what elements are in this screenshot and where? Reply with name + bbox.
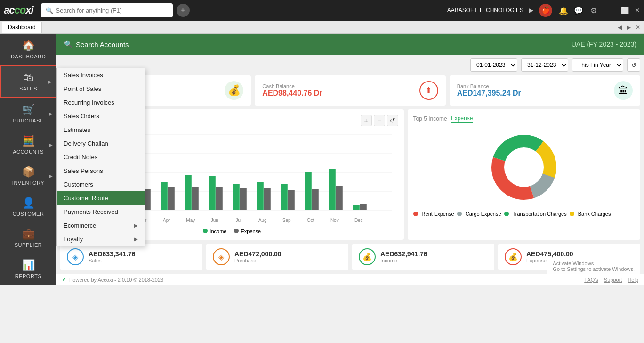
sidebar-item-dashboard[interactable]: 🏠 DASHBOARD [0, 34, 56, 65]
tab-expense[interactable]: Expense [451, 115, 473, 123]
svg-rect-20 [161, 182, 168, 210]
ecommerce-arrow: ▶ [134, 223, 138, 228]
search-input[interactable] [56, 7, 150, 14]
svg-rect-26 [233, 184, 240, 210]
menu-sales-orders[interactable]: Sales Orders [57, 109, 145, 123]
menu-delivery-challan[interactable]: Delivery Challan [57, 137, 145, 150]
company-arrow[interactable]: ▶ [529, 7, 533, 14]
menu-estimates[interactable]: Estimates [57, 123, 145, 137]
footer-links: FAQ's Support Help [584, 277, 638, 283]
footer-help[interactable]: Help [628, 277, 638, 283]
fiscal-year: UAE (FY 2023 - 2023) [572, 41, 636, 48]
bell-icon[interactable]: 🔔 [558, 5, 569, 16]
sidebar-item-supplier[interactable]: 💼 SUPPLIER [0, 222, 56, 253]
sidebar-item-customer[interactable]: 👤 CUSTOMER [0, 191, 56, 222]
transport-label: Transportation Charges [513, 211, 567, 217]
svg-rect-29 [264, 188, 271, 210]
summary-income: 💰 AED632,941.76 Income [352, 244, 494, 270]
income-summary-value: AED632,941.76 [380, 250, 427, 258]
inventory-icon: 📦 [22, 166, 35, 178]
menu-loyalty[interactable]: Loyalty▶ [57, 232, 145, 246]
purchase-icon: 🛒 [22, 104, 35, 116]
bank-info: Bank Balance AED147,395.24 Dr [457, 83, 521, 98]
sales-arrow: ▶ [48, 79, 52, 84]
sidebar-item-accounts[interactable]: 🧮 ACCOUNTS ▶ [0, 129, 56, 160]
footer-faqs[interactable]: FAQ's [584, 277, 598, 283]
refresh-button[interactable]: ↺ [627, 58, 640, 72]
chart-refresh[interactable]: ↺ [387, 115, 398, 126]
sidebar-label-purchase: PURCHASE [13, 118, 43, 123]
period-select[interactable]: This Fin Year Last Fin Year This Month L… [572, 58, 623, 72]
restore-button[interactable]: ⬜ [621, 7, 629, 14]
tab-prev[interactable]: ◀ [616, 24, 624, 31]
tab-next[interactable]: ▶ [625, 24, 633, 31]
menu-customer-route[interactable]: Customer Route [57, 191, 145, 205]
svg-text:May: May [186, 218, 195, 223]
menu-ecommerce[interactable]: Ecommerce▶ [57, 219, 145, 232]
start-date-select[interactable]: 01-01-2023 [470, 58, 517, 72]
svg-rect-32 [305, 172, 312, 210]
tab-top5-income[interactable]: Top 5 Income [413, 115, 447, 123]
footer-support[interactable]: Support [604, 277, 622, 283]
sidebar-item-sales[interactable]: 🛍 SALES ▶ [0, 65, 56, 98]
rent-dot [413, 212, 418, 216]
menu-point-of-sales[interactable]: Point of Sales [57, 82, 145, 96]
menu-customers[interactable]: Customers [57, 178, 145, 191]
sidebar-label-sales: SALES [19, 86, 37, 91]
topbar: accoxi 🔍 + AABASOFT TECHNOLOGIES ▶ 🍎 🔔 💬… [0, 0, 644, 21]
close-button[interactable]: ✕ [635, 7, 640, 14]
svg-text:Jun: Jun [211, 218, 218, 223]
cash-balance-card: Cash Balance AED98,440.76 Dr ⬆ [255, 75, 445, 106]
svg-rect-27 [240, 188, 247, 210]
tab-close[interactable]: ✕ [634, 24, 642, 31]
chart-zoom-in[interactable]: + [361, 115, 372, 126]
search-accounts-label: Search Accounts [76, 41, 129, 49]
svg-text:Oct: Oct [307, 218, 314, 223]
legend-rent: Rent Expense [413, 211, 454, 217]
payables-icon: 💰 [225, 81, 243, 100]
income-summary-icon: 💰 [359, 248, 376, 265]
end-date-select[interactable]: 31-12-2023 [521, 58, 568, 72]
income-summary-info: AED632,941.76 Income [380, 250, 427, 263]
dashboard-tab[interactable]: Dashboard [2, 22, 42, 33]
menu-sales-persons[interactable]: Sales Persons [57, 164, 145, 178]
cash-label: Cash Balance [262, 83, 322, 89]
minimize-button[interactable]: — [609, 7, 615, 14]
sales-summary-label: Sales [89, 258, 136, 263]
footer-check-icon: ✓ [62, 277, 66, 283]
search-accounts-left[interactable]: 🔍 Search Accounts [64, 40, 129, 49]
purchase-arrow: ▶ [49, 111, 53, 116]
search-accounts-icon: 🔍 [64, 40, 73, 49]
sidebar: 🏠 DASHBOARD 🛍 SALES ▶ 🛒 PURCHASE ▶ 🧮 ACC… [0, 34, 56, 285]
svg-rect-35 [336, 186, 343, 210]
svg-rect-23 [192, 187, 199, 210]
menu-sales-invoices[interactable]: Sales Invoices [57, 68, 145, 82]
sidebar-label-reports: REPORTS [15, 273, 41, 279]
sidebar-label-dashboard: DASHBOARD [11, 54, 46, 59]
sales-summary-info: AED633,341.76 Sales [89, 250, 136, 263]
pie-chart-header: Top 5 Income Expense [413, 115, 635, 123]
company-icon: 🍎 [539, 4, 552, 17]
sidebar-item-reports[interactable]: 📊 REPORTS [0, 253, 56, 285]
chat-icon[interactable]: 💬 [573, 5, 584, 16]
sidebar-label-accounts: ACCOUNTS [13, 149, 44, 155]
legend-bank: Bank Charges [570, 211, 611, 217]
sidebar-item-inventory[interactable]: 📦 INVENTORY ▶ [0, 160, 56, 191]
menu-recurring-invoices[interactable]: Recurring Invoices [57, 96, 145, 109]
reports-icon: 📊 [22, 259, 35, 271]
svg-rect-34 [329, 169, 336, 210]
purchase-summary-label: Purchase [234, 258, 282, 263]
sidebar-item-purchase[interactable]: 🛒 PURCHASE ▶ [0, 98, 56, 129]
cards-row: Payables AED144,000.00 💰 Cash Balance AE… [60, 75, 640, 106]
rent-label: Rent Expense [422, 211, 454, 217]
company-name: AABASOFT TECHNOLOGIES [447, 7, 523, 14]
bank-icon: 🏛 [614, 81, 633, 100]
expense-dot [234, 229, 239, 233]
gear-icon[interactable]: ⚙ [588, 5, 599, 16]
menu-payments-received[interactable]: Payments Received [57, 205, 145, 219]
search-bar[interactable]: 🔍 [41, 3, 173, 17]
menu-credit-notes[interactable]: Credit Notes [57, 150, 145, 164]
bank-dot [570, 212, 574, 216]
chart-zoom-out[interactable]: − [374, 115, 385, 126]
add-button[interactable]: + [177, 4, 190, 17]
